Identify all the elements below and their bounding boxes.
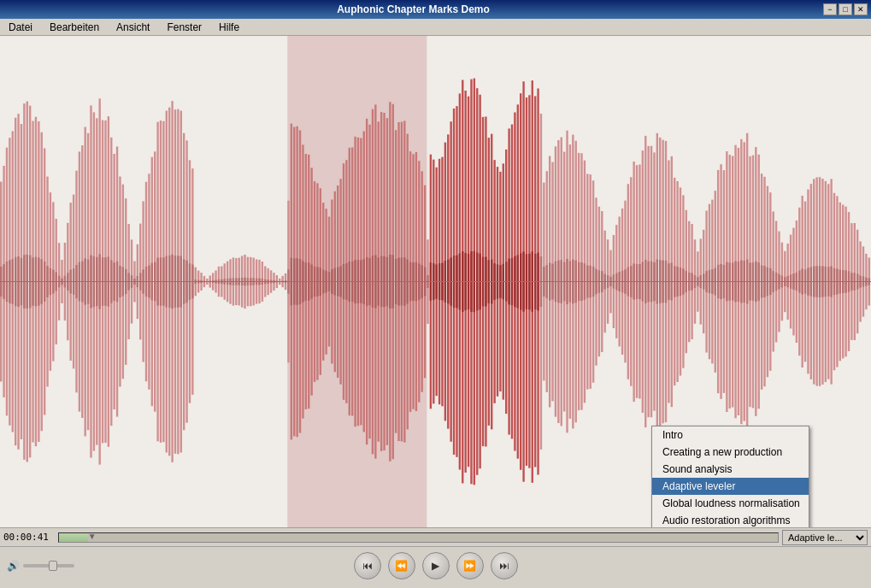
volume-icon: 🔊 [7, 560, 20, 572]
maximize-button[interactable]: □ [839, 3, 852, 15]
chapter-item-intro[interactable]: Intro [652, 426, 809, 444]
window-title: Auphonic Chapter Marks Demo [3, 3, 823, 15]
chapter-item-sound[interactable]: Sound analysis [652, 461, 809, 478]
close-button[interactable]: ✕ [854, 3, 868, 15]
volume-knob[interactable] [49, 561, 57, 571]
menu-hilfe[interactable]: Hilfe [214, 20, 244, 35]
rewind-button[interactable]: ⏪ [388, 552, 415, 579]
chapter-item-global[interactable]: Global loudness normalisation [652, 495, 809, 512]
minimize-button[interactable]: − [823, 3, 837, 15]
chapter-dropdown-menu[interactable]: Intro Creating a new production Sound an… [651, 426, 809, 527]
fast-forward-button[interactable]: ⏩ [456, 552, 484, 579]
skip-forward-button[interactable]: ⏭ [491, 552, 518, 579]
menu-fenster[interactable]: Fenster [162, 20, 207, 35]
chapter-item-adaptive[interactable]: Adaptive leveler [652, 478, 809, 495]
volume-slider[interactable] [23, 564, 74, 567]
skip-back-button[interactable]: ⏮ [354, 552, 381, 579]
progress-bar[interactable]: ▼ [58, 532, 779, 543]
progress-marker: ▼ [88, 532, 97, 541]
menu-bar: Datei Bearbeiten Ansicht Fenster Hilfe [0, 19, 871, 36]
main-content: Intro Creating a new production Sound an… [0, 36, 871, 527]
chapter-select[interactable]: Adaptive le... [782, 530, 868, 545]
menu-bearbeiten[interactable]: Bearbeiten [44, 20, 104, 35]
play-button[interactable]: ▶ [422, 552, 450, 579]
menu-datei[interactable]: Datei [3, 20, 38, 35]
chapter-item-creating[interactable]: Creating a new production [652, 444, 809, 461]
chapter-item-audio-restoration[interactable]: Audio restoration algorithms [652, 512, 809, 527]
title-bar: Auphonic Chapter Marks Demo − □ ✕ [0, 0, 871, 19]
time-display: 00:00:41 [3, 532, 55, 543]
menu-ansicht[interactable]: Ansicht [111, 20, 155, 35]
status-bar: 00:00:41 ▼ Adaptive le... [0, 527, 871, 546]
controls-bar: 🔊 ⏮ ⏪ ▶ ⏩ ⏭ [0, 546, 871, 584]
volume-control[interactable]: 🔊 [7, 560, 74, 572]
playback-controls: ⏮ ⏪ ▶ ⏩ ⏭ [0, 552, 871, 579]
window-controls[interactable]: − □ ✕ [823, 3, 868, 15]
progress-fill [59, 533, 88, 542]
